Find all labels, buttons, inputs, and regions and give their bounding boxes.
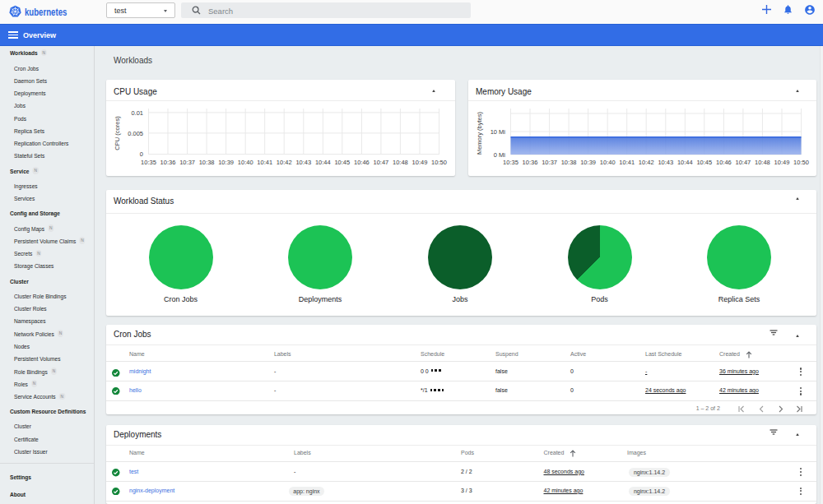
svg-text:10:38: 10:38 [198, 159, 214, 166]
svg-text:0 Mi: 0 Mi [493, 150, 505, 158]
svg-text:CPU (cores): CPU (cores) [114, 115, 121, 150]
svg-text:10:37: 10:37 [542, 159, 557, 166]
svg-text:10:39: 10:39 [580, 159, 596, 166]
svg-text:10:48: 10:48 [755, 159, 770, 166]
svg-text:10:49: 10:49 [774, 159, 789, 166]
svg-text:10:45: 10:45 [696, 159, 712, 166]
svg-text:10:35: 10:35 [503, 159, 518, 166]
svg-text:10:36: 10:36 [522, 159, 537, 166]
svg-text:10:47: 10:47 [735, 159, 751, 166]
svg-text:10:41: 10:41 [257, 159, 272, 166]
svg-text:10:46: 10:46 [354, 159, 370, 166]
svg-text:10:38: 10:38 [560, 159, 576, 166]
svg-text:10 Mi: 10 Mi [490, 127, 505, 135]
svg-text:10:41: 10:41 [619, 159, 635, 166]
svg-text:10:35: 10:35 [141, 159, 156, 166]
svg-text:10:36: 10:36 [160, 159, 175, 166]
svg-text:10:48: 10:48 [393, 159, 408, 166]
svg-text:10:44: 10:44 [314, 159, 330, 166]
svg-text:0.005: 0.005 [128, 129, 143, 136]
svg-text:10:45: 10:45 [334, 159, 350, 166]
svg-text:Memory (bytes): Memory (bytes) [476, 111, 483, 155]
svg-text:10:43: 10:43 [658, 159, 673, 166]
svg-text:10:37: 10:37 [179, 159, 195, 166]
svg-text:0.01: 0.01 [131, 109, 143, 116]
svg-text:0: 0 [139, 150, 142, 158]
svg-text:10:43: 10:43 [295, 159, 311, 166]
svg-text:10:39: 10:39 [218, 159, 234, 166]
svg-text:10:44: 10:44 [677, 159, 692, 166]
svg-text:10:46: 10:46 [716, 159, 732, 166]
svg-text:10:47: 10:47 [373, 159, 388, 166]
svg-text:10:50: 10:50 [793, 159, 809, 166]
svg-text:10:40: 10:40 [599, 159, 615, 166]
svg-text:10:50: 10:50 [431, 159, 447, 166]
svg-text:10:42: 10:42 [638, 159, 653, 166]
svg-text:10:42: 10:42 [276, 159, 291, 166]
svg-text:10:40: 10:40 [237, 159, 253, 166]
svg-text:10:49: 10:49 [412, 159, 427, 166]
